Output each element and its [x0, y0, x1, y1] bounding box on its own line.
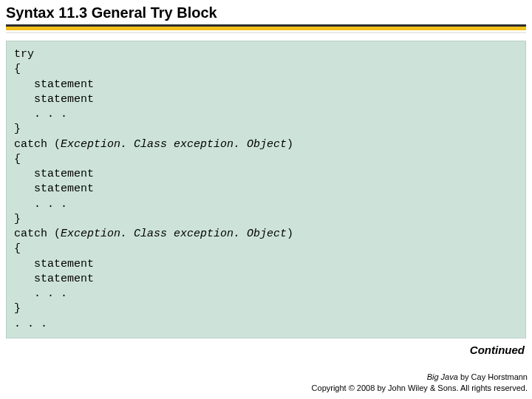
- code-line: {: [14, 153, 21, 166]
- author: by Cay Horstmann: [458, 372, 528, 381]
- code-line: statement: [14, 78, 94, 91]
- code-line: {: [14, 63, 21, 75]
- code-line: try: [14, 48, 34, 61]
- slide-header: Syntax 11.3 General Try Block: [0, 0, 532, 33]
- code-line: catch (: [14, 138, 61, 151]
- code-line: catch (: [14, 228, 61, 240]
- code-line: . . .: [14, 198, 67, 211]
- rule-yellow: [6, 27, 526, 30]
- footer-line-1: Big Java by Cay Horstmann: [312, 372, 528, 382]
- rule-light: [6, 32, 526, 33]
- code-italic: Exception. Class exception. Object: [61, 228, 287, 240]
- code-line: statement: [14, 183, 94, 195]
- code-line: }: [14, 302, 21, 315]
- code-line: {: [14, 242, 21, 255]
- code-italic: Exception. Class exception. Object: [61, 138, 287, 151]
- code-line: }: [14, 213, 21, 225]
- code-line: ): [287, 138, 293, 151]
- code-line: statement: [14, 168, 94, 180]
- code-line: . . .: [14, 108, 67, 120]
- slide-title: Syntax 11.3 General Try Block: [6, 4, 526, 24]
- syntax-number: Syntax 11.3: [6, 4, 87, 21]
- code-line: . . .: [14, 287, 67, 300]
- copyright: Copyright © 2008 by John Wiley & Sons. A…: [312, 383, 528, 393]
- code-line: ): [287, 228, 293, 240]
- continued-label: Continued: [470, 344, 525, 356]
- code-line: }: [14, 123, 21, 135]
- code-block: try { statement statement . . . } catch …: [6, 41, 526, 338]
- title-main: General Try Block: [87, 4, 217, 21]
- code-line: statement: [14, 258, 94, 270]
- code-line: . . .: [14, 318, 47, 330]
- code-line: statement: [14, 93, 94, 106]
- code-line: statement: [14, 273, 94, 285]
- book-title: Big Java: [427, 372, 458, 381]
- footer: Big Java by Cay Horstmann Copyright © 20…: [312, 372, 528, 393]
